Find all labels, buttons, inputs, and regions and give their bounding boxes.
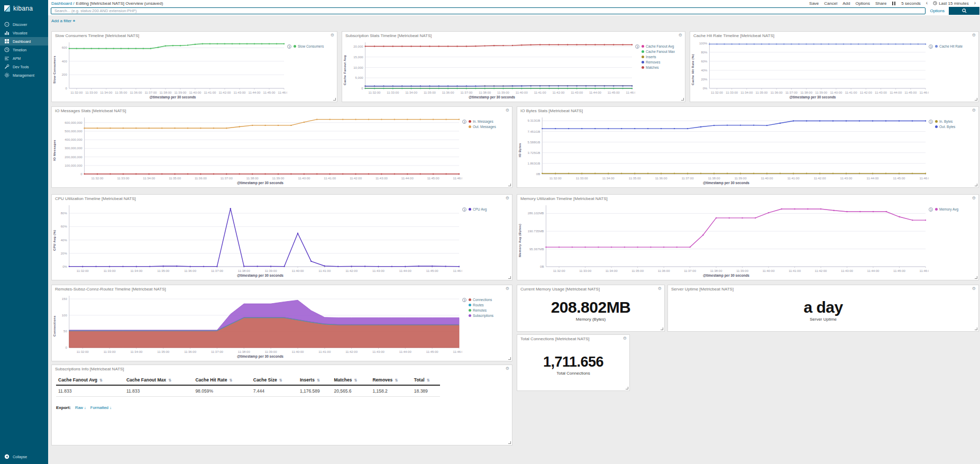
resize-handle[interactable]: [661, 327, 663, 330]
legend-label: Removes: [646, 60, 660, 64]
time-forward-icon[interactable]: ›: [974, 1, 976, 5]
legend-toggle-icon[interactable]: ❯: [462, 298, 466, 302]
search-input[interactable]: [51, 7, 926, 14]
refresh-interval[interactable]: 5 seconds: [901, 1, 920, 6]
resize-handle[interactable]: [508, 184, 511, 186]
legend-item[interactable]: In. Bytes: [935, 120, 955, 123]
export-formatted-link[interactable]: Formatted ↓: [90, 405, 112, 410]
legend-item[interactable]: CPU Avg: [469, 207, 487, 211]
add-button[interactable]: Add: [842, 1, 850, 6]
cancel-button[interactable]: Cancel: [824, 1, 837, 6]
panel-gear-icon[interactable]: ⚙: [506, 108, 509, 113]
legend-item[interactable]: Out. Bytes: [935, 125, 955, 129]
svg-text:11:41:00: 11:41:00: [324, 177, 336, 180]
table-column-header[interactable]: Cache Fanout Avg ⇅: [56, 375, 124, 385]
chart-plot-area[interactable]: 0%20%40%60%80%11:32:0011:33:0011:34:0011…: [58, 202, 462, 274]
panel-gear-icon[interactable]: ⚙: [972, 33, 976, 38]
time-range-picker[interactable]: Last 15 minutes: [933, 1, 968, 6]
panel-gear-icon[interactable]: ⚙: [679, 33, 682, 38]
resize-handle[interactable]: [975, 276, 977, 279]
legend-toggle-icon[interactable]: ❯: [929, 44, 933, 49]
resize-handle[interactable]: [975, 184, 977, 186]
panel-gear-icon[interactable]: ⚙: [331, 33, 334, 38]
resize-handle[interactable]: [333, 98, 336, 101]
legend-item[interactable]: Connections: [469, 298, 493, 302]
table-column-header[interactable]: Total ⇅: [412, 375, 440, 385]
resize-handle[interactable]: [508, 357, 511, 360]
panel-gear-icon[interactable]: ⚙: [658, 287, 662, 291]
add-filter-button[interactable]: Add a filter +: [51, 19, 75, 23]
sidebar-item-management[interactable]: Management: [0, 71, 48, 79]
pause-refresh-icon[interactable]: [892, 2, 896, 5]
chart-legend: ❯ConnectionsRoutesRemotesSubscriptions: [462, 293, 511, 360]
legend-item[interactable]: Cache Fanout Avg: [642, 44, 675, 48]
table-column-header[interactable]: Cache Hit Rate ⇅: [193, 375, 251, 385]
chart-plot-area[interactable]: 0B1.863GB3.725GB5.588GB7.451GB9.313GB11:…: [524, 114, 929, 181]
sidebar-collapse-button[interactable]: Collapse: [0, 452, 48, 461]
table-column-header[interactable]: Matches ⇅: [332, 375, 370, 385]
sidebar-item-visualize[interactable]: Visualize: [0, 29, 48, 37]
legend-item[interactable]: Slow Consumers: [294, 44, 324, 48]
legend-item[interactable]: Cache Hit Rate: [935, 44, 963, 48]
panel-gear-icon[interactable]: ⚙: [506, 287, 509, 291]
svg-text:600,000,000: 600,000,000: [65, 121, 83, 124]
legend-toggle-icon[interactable]: ❯: [287, 44, 291, 49]
kibana-logo[interactable]: kibana: [0, 0, 48, 17]
legend-item[interactable]: In. Messages: [469, 120, 496, 123]
svg-text:11:44:00: 11:44:00: [401, 177, 414, 180]
chart-plot-area[interactable]: 05010015011:32:0011:33:0011:34:0011:35:0…: [58, 293, 462, 354]
resize-handle[interactable]: [508, 441, 511, 444]
resize-handle[interactable]: [508, 276, 511, 279]
resize-handle[interactable]: [975, 327, 977, 330]
options-button[interactable]: Options: [855, 1, 870, 6]
table-column-header[interactable]: Inserts ⇅: [298, 375, 332, 385]
resize-handle[interactable]: [626, 387, 628, 389]
save-button[interactable]: Save: [809, 1, 819, 6]
resize-handle[interactable]: [975, 98, 977, 101]
resize-handle[interactable]: [681, 98, 684, 101]
legend-color-dot: [642, 45, 644, 48]
chart-plot-area[interactable]: 0100,000,000200,000,000300,000,000400,00…: [58, 114, 462, 181]
chart-plot-area[interactable]: 0%20%40%60%80%100%11:32:0011:33:0011:34:…: [697, 39, 929, 95]
sidebar-item-timelion[interactable]: Timelion: [0, 46, 48, 54]
panel-gear-icon[interactable]: ⚙: [972, 196, 976, 201]
legend-toggle-icon[interactable]: ❯: [462, 120, 466, 124]
legend-toggle-icon[interactable]: ❯: [929, 120, 933, 124]
legend-toggle-icon[interactable]: ❯: [635, 44, 639, 49]
time-back-icon[interactable]: ‹: [926, 1, 928, 5]
table-column-header[interactable]: Removes ⇅: [370, 375, 411, 385]
breadcrumb-dashboard-link[interactable]: Dashboard /: [51, 1, 75, 6]
sidebar-item-discover[interactable]: Discover: [0, 20, 48, 29]
legend-item[interactable]: Cache Fanout Max: [642, 50, 675, 53]
export-raw-link[interactable]: Raw ↓: [75, 405, 86, 410]
svg-text:11:40:00: 11:40:00: [516, 91, 528, 94]
query-options-link[interactable]: Options: [930, 8, 945, 13]
svg-text:11:33:00: 11:33:00: [726, 91, 738, 94]
sidebar-item-apm[interactable]: APM: [0, 54, 48, 62]
table-column-header[interactable]: Cache Fanout Max ⇅: [124, 375, 193, 385]
legend-item[interactable]: Inserts: [642, 55, 675, 59]
search-button[interactable]: [949, 7, 979, 15]
legend-item[interactable]: Memory Avg: [935, 207, 958, 211]
legend-label: Slow Consumers: [298, 44, 324, 48]
sidebar-item-dev-tools[interactable]: Dev Tools: [0, 62, 48, 71]
legend-item[interactable]: Matches: [642, 66, 675, 69]
chart-plot-area[interactable]: 05,00010,00015,00020,00011:32:0011:33:00…: [349, 39, 635, 95]
panel-gear-icon[interactable]: ⚙: [623, 336, 627, 341]
legend-item[interactable]: Out. Messages: [469, 125, 496, 129]
legend-toggle-icon[interactable]: ❯: [462, 207, 466, 212]
legend-item[interactable]: Removes: [642, 60, 675, 64]
panel-gear-icon[interactable]: ⚙: [972, 287, 976, 291]
legend-item[interactable]: Routes: [469, 303, 493, 307]
chart-plot-area[interactable]: 0B95.367MB190.735MB286.102MB11:32:0011:3…: [524, 202, 929, 274]
chart-plot-area[interactable]: 020040060011:32:0011:33:0011:34:0011:35:…: [58, 39, 287, 95]
panel-gear-icon[interactable]: ⚙: [506, 196, 509, 201]
sidebar-item-dashboard[interactable]: Dashboard: [0, 37, 48, 46]
legend-item[interactable]: Remotes: [469, 308, 493, 312]
table-column-header[interactable]: Cache Size ⇅: [251, 375, 298, 385]
panel-gear-icon[interactable]: ⚙: [506, 367, 509, 371]
panel-gear-icon[interactable]: ⚙: [972, 108, 976, 113]
share-button[interactable]: Share: [875, 1, 886, 6]
legend-toggle-icon[interactable]: ❯: [929, 207, 933, 212]
legend-item[interactable]: Subscriptions: [469, 314, 493, 317]
